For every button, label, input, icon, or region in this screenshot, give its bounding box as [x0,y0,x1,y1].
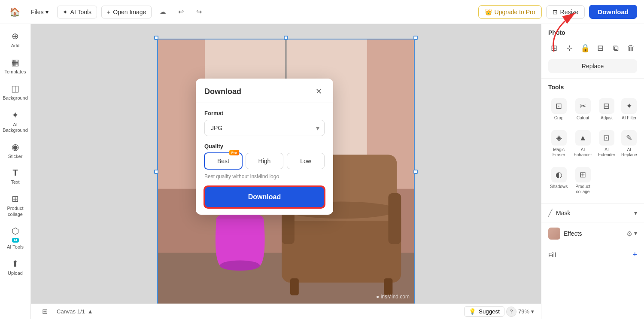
mask-path-icon: ╱ [548,209,553,217]
quality-option-best[interactable]: Pro Best [204,153,242,169]
tool-shadows[interactable]: ◐ Shadows [548,164,569,198]
lock-panel-button[interactable]: 🔒 [579,40,591,56]
lock-icon: 🔒 [580,43,590,53]
product-collage-tool-icon: ⊞ [575,167,591,182]
replace-button[interactable]: Replace [548,59,637,73]
undo-button[interactable]: ↩ [174,5,188,19]
fill-title: Fill [548,252,556,258]
cloud-save-button[interactable]: ☁ [156,5,170,19]
quality-option-low[interactable]: Low [287,153,325,169]
resize-button[interactable]: ⊡ Resize [546,5,585,19]
shadows-tool-label: Shadows [550,184,568,189]
tool-ai-replace[interactable]: ✎ AI Replace [620,127,639,161]
sidebar-item-product-collage[interactable]: ⊞ Product collage [2,190,29,220]
flip-panel-button[interactable]: ⊟ [594,40,606,56]
sidebar-item-templates-label: Templates [4,69,26,75]
upgrade-label: Upgrade to Pro [495,9,535,15]
sidebar-item-add[interactable]: ⊕ Add [2,27,29,52]
mask-chevron-icon: ▾ [634,210,637,216]
layers-panel-button[interactable]: ⊞ [548,40,560,56]
format-select[interactable]: JPG PNG WEBP [204,120,325,136]
sidebar-item-sticker[interactable]: ◉ Sticker [2,138,29,163]
quality-option-high[interactable]: High [246,153,283,169]
ai-filter-tool-label: AI Filter [622,115,636,121]
modal-body: Format JPG PNG WEBP ▾ Quality Pro Best H… [196,103,333,215]
files-chevron-icon: ▾ [46,9,49,15]
ai-extender-tool-label: AI Extender [598,147,615,158]
left-sidebar: ⊕ Add ▦ Templates ◫ Background ✦ AI Back… [0,24,31,319]
undo-icon: ↩ [178,8,184,16]
modal-download-button[interactable]: Download [204,186,325,208]
sidebar-item-text-label: Text [11,179,19,185]
home-button[interactable]: 🏠 [7,4,22,20]
ai-background-icon: ✦ [12,110,19,120]
flip-icon: ⊟ [597,43,604,53]
shadows-tool-icon: ◐ [551,167,567,182]
sidebar-item-text[interactable]: T Text [2,164,29,188]
adjust-tool-label: Adjust [601,115,613,121]
tool-cutout[interactable]: ✂ Cutout [572,95,594,124]
tool-ai-filter[interactable]: ✦ AI Filter [620,95,639,124]
sidebar-item-templates[interactable]: ▦ Templates [2,54,29,78]
sidebar-item-ai-tools[interactable]: ⬡ AI AI Tools [2,222,29,253]
modal-close-button[interactable]: ✕ [313,85,325,97]
redo-icon: ↪ [196,8,202,16]
ai-enhancer-tool-label: AI Enhancer [574,147,592,158]
tool-magic-eraser[interactable]: ◈ Magic Eraser [548,127,569,161]
zoom-value: 79% [518,308,529,315]
photo-section: Photo ⊞ ⊹ 🔒 ⊟ ⧉ 🗑 Replace [541,24,644,79]
quality-label: Quality [204,143,325,149]
mask-section-header[interactable]: ╱ Mask ▾ [541,204,644,222]
suggest-button[interactable]: 💡 Suggest [464,306,504,317]
sidebar-item-background-label: Background [3,95,28,101]
delete-panel-button[interactable]: 🗑 [625,40,637,56]
quality-high-label: High [258,158,271,164]
crop-tool-icon: ⊡ [551,98,567,114]
modal-download-label: Download [248,193,281,201]
redo-button[interactable]: ↪ [192,5,206,19]
quality-options: Pro Best High Low [204,153,325,169]
resize-label: Resize [560,9,579,15]
zoom-indicator: 💡 Suggest ? 79% ▾ [464,306,534,317]
tool-product-collage[interactable]: ⊞ Product collage [572,164,594,198]
tool-ai-extender[interactable]: ⊡ AI Extender [596,127,617,161]
open-image-button[interactable]: + Open Image [101,6,152,18]
sidebar-item-upload[interactable]: ⬆ Upload [2,255,29,280]
panel-icon-row: ⊞ ⊹ 🔒 ⊟ ⧉ 🗑 [548,40,637,56]
format-label: Format [204,110,325,116]
zoom-chevron-icon: ▾ [531,308,534,315]
animate-panel-button[interactable]: ⊹ [564,40,576,56]
crown-icon: 👑 [485,9,492,15]
svg-rect-22 [290,278,299,295]
fill-add-button[interactable]: + [632,250,637,259]
resize-icon: ⊡ [553,9,558,15]
sidebar-item-background[interactable]: ◫ Background [2,80,29,104]
files-menu[interactable]: Files ▾ [27,6,53,18]
help-button[interactable]: ? [506,307,516,317]
sidebar-item-upload-label: Upload [8,270,23,276]
ai-extender-tool-icon: ⊡ [599,130,614,146]
product-collage-icon: ⊞ [12,194,19,204]
quality-low-label: Low [300,158,311,164]
download-button-top[interactable]: Download [589,5,637,19]
tool-adjust[interactable]: ⊟ Adjust [596,95,617,124]
tools-section: Tools ⊡ Crop ✂ Cutout ⊟ Adjust ✦ AI Filt… [541,79,644,204]
tool-crop[interactable]: ⊡ Crop [548,95,569,124]
svg-rect-17 [282,210,401,283]
effects-settings-icon[interactable]: ⚙ [626,230,632,238]
effects-section-header[interactable]: Effects ⚙ ▾ [541,222,644,245]
ai-tools-button[interactable]: ✦ AI Tools [57,6,97,18]
upgrade-to-pro-button[interactable]: 👑 Upgrade to Pro [478,5,542,19]
watermark: ● insMind.com [376,294,410,300]
ai-replace-tool-icon: ✎ [621,130,637,146]
layers-button[interactable]: ⊞ [38,305,52,319]
svg-rect-21 [388,193,401,244]
tool-ai-enhancer[interactable]: ▲ AI Enhancer [572,127,594,161]
ai-badge: AI [12,238,19,243]
effects-left: Effects [548,228,582,240]
duplicate-panel-button[interactable]: ⧉ [610,40,622,56]
bottom-bar: ⊞ Canvas 1/1 ▲ 💡 Suggest ? 79% ▾ [31,304,541,319]
tools-section-title: Tools [548,84,637,91]
sidebar-item-ai-background[interactable]: ✦ AI Background [2,106,29,137]
sidebar-item-product-collage-label: Product collage [3,206,27,217]
